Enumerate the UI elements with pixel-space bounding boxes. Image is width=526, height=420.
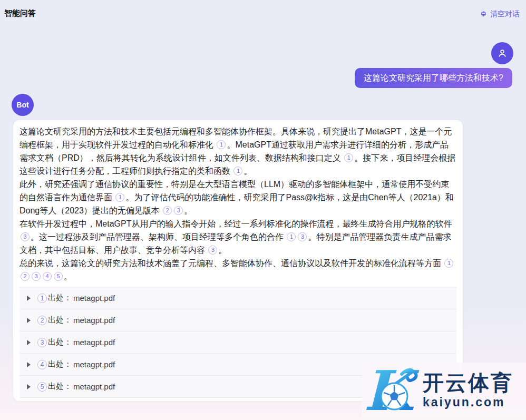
citation-badge[interactable]: 1 (444, 259, 453, 268)
watermark-text: 开云体育 kaiyun.com (423, 370, 513, 409)
source-row[interactable]: 2出处：metagpt.pdf (20, 309, 456, 331)
clear-conversation-button[interactable]: 清空对话 (480, 9, 520, 19)
citation-badge: 4 (37, 360, 47, 369)
source-row[interactable]: 3出处：metagpt.pdf (20, 331, 456, 353)
citation-badge[interactable]: 2 (163, 206, 172, 215)
kaiyun-logo-icon: K (364, 364, 423, 416)
expand-arrow-icon[interactable] (27, 362, 31, 367)
citation-badge[interactable]: 4 (43, 272, 52, 281)
source-label: 出处： (48, 359, 72, 369)
citation-badge[interactable]: 2 (21, 272, 30, 281)
kaiyun-watermark: K 开云体育 kaiyun.com (362, 363, 526, 417)
source-file: metagpt.pdf (73, 316, 115, 325)
citation-badge[interactable]: 5 (54, 272, 63, 281)
expand-arrow-icon[interactable] (27, 340, 31, 345)
broom-icon (480, 11, 488, 18)
citation-badge[interactable]: 1 (217, 140, 226, 149)
expand-arrow-icon[interactable] (27, 296, 31, 301)
watermark-domain: kaiyun.com (423, 395, 513, 409)
source-row[interactable]: 1出处：metagpt.pdf (20, 287, 456, 309)
expand-arrow-icon[interactable] (27, 384, 31, 389)
source-label: 出处： (48, 382, 72, 392)
citation-badge: 5 (37, 382, 47, 392)
citation-badge: 3 (37, 338, 47, 347)
page-title: 智能问答 (4, 8, 36, 18)
user-avatar (491, 42, 513, 64)
source-label: 出处： (48, 337, 72, 347)
citation-badge[interactable]: 3 (174, 206, 183, 215)
clear-conversation-label: 清空对话 (490, 9, 520, 19)
citation-badge[interactable]: 1 (287, 232, 296, 241)
citation-badge[interactable]: 1 (233, 167, 242, 175)
expand-arrow-icon[interactable] (27, 318, 31, 323)
source-file: metagpt.pdf (73, 360, 115, 369)
source-label: 出处： (48, 315, 72, 325)
watermark-brand: 开云体育 (423, 370, 513, 395)
citation-badge[interactable]: 3 (21, 232, 30, 241)
bot-message-card: 这篇论文研究采用的方法和技术主要包括元编程和多智能体协作框架。具体来说，研究提出… (13, 120, 463, 401)
source-file: metagpt.pdf (73, 382, 115, 391)
source-label: 出处： (48, 293, 72, 303)
user-message-bubble: 这篇论文研究采用了哪些方法和技术? (355, 68, 512, 88)
citation-badge[interactable]: 1 (344, 153, 353, 162)
citation-badge[interactable]: 3 (298, 232, 307, 241)
source-file: metagpt.pdf (73, 294, 115, 302)
citation-badge[interactable]: 1 (115, 193, 124, 202)
citation-badge: 1 (37, 294, 47, 303)
citation-badge[interactable]: 3 (208, 246, 217, 255)
person-icon (496, 47, 508, 59)
source-file: metagpt.pdf (73, 338, 115, 347)
bot-message-text: 这篇论文研究采用的方法和技术主要包括元编程和多智能体协作框架。具体来说，研究提出… (20, 125, 456, 283)
citation-badge[interactable]: 3 (32, 272, 41, 281)
bot-avatar: Bot (12, 94, 34, 116)
citation-badge: 2 (37, 316, 47, 325)
